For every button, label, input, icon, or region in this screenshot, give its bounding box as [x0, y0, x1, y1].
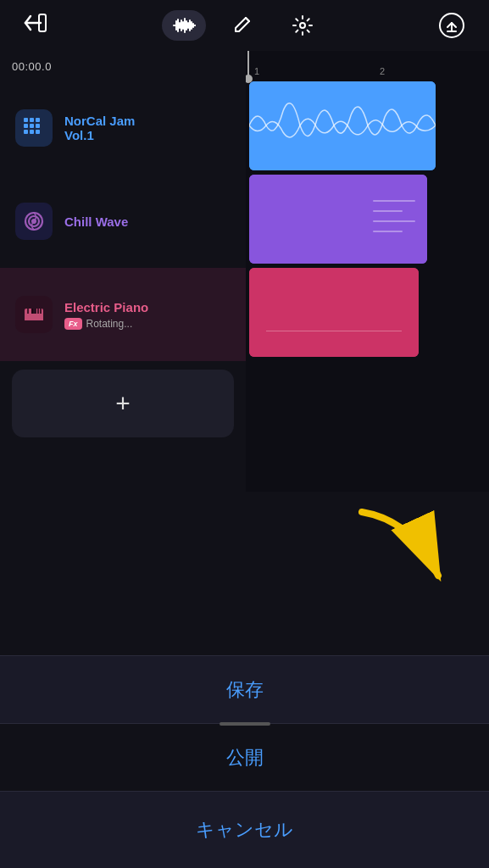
bottom-panel: 保存 公開 キャンセル: [0, 655, 489, 868]
svg-rect-27: [36, 130, 40, 134]
track-fx-electric: Fx Rotating...: [64, 318, 148, 330]
cancel-label: キャンセル: [196, 817, 293, 843]
waveform-chillwave[interactable]: [249, 175, 427, 264]
track-icon-chillwave: [15, 203, 53, 240]
ruler-mark-1: 1: [254, 66, 259, 76]
track-item-norcal[interactable]: NorCal JamVol.1: [0, 81, 246, 175]
track-name-norcal: NorCal JamVol.1: [64, 114, 135, 142]
dash-lines: [373, 200, 415, 232]
svg-rect-33: [249, 268, 419, 357]
arrow-indicator: [336, 495, 472, 605]
svg-rect-25: [24, 130, 28, 134]
upload-button[interactable]: [438, 12, 465, 39]
tracks-right-panel: 1 2: [246, 51, 489, 492]
top-navigation: [0, 0, 489, 51]
playhead: [247, 51, 249, 81]
cancel-button[interactable]: キャンセル: [0, 792, 489, 868]
tracks-left-panel: 00:00.0 NorCal JamVol.1: [0, 51, 246, 492]
add-icon: +: [115, 389, 131, 418]
timeline-area: 00:00.0 NorCal JamVol.1: [0, 51, 489, 492]
dash-line-4: [373, 231, 403, 232]
save-button[interactable]: 保存: [0, 656, 489, 724]
track-icon-electric: [15, 296, 53, 333]
time-display: 00:00.0: [0, 51, 246, 81]
waveform-electric[interactable]: [249, 268, 419, 357]
pen-mode-button[interactable]: [221, 10, 265, 41]
track-icon-norcal: [15, 109, 53, 147]
fx-text: Rotating...: [86, 318, 133, 330]
dash-line-1: [373, 200, 415, 202]
svg-rect-19: [24, 118, 28, 122]
fx-badge: Fx: [64, 318, 82, 330]
dash-line-3: [373, 220, 415, 222]
track-name-chillwave: Chill Wave: [64, 214, 128, 229]
track-info-electric: Electric Piano Fx Rotating...: [64, 300, 148, 330]
svg-point-15: [300, 23, 305, 28]
svg-rect-23: [30, 124, 34, 128]
svg-rect-20: [30, 118, 34, 122]
svg-line-14: [246, 18, 249, 21]
track-item-electric[interactable]: Electric Piano Fx Rotating...: [0, 268, 246, 361]
dash-line-2: [373, 210, 403, 212]
track-info-chillwave: Chill Wave: [64, 214, 128, 229]
svg-rect-24: [36, 124, 40, 128]
track-info-norcal: NorCal JamVol.1: [64, 114, 135, 142]
ruler-mark-2: 2: [380, 66, 385, 76]
track-item-chillwave[interactable]: Chill Wave: [0, 175, 246, 268]
svg-rect-21: [36, 118, 40, 122]
horiz-line: [266, 331, 402, 331]
divider-indicator: [219, 722, 270, 726]
save-label: 保存: [226, 677, 264, 703]
svg-point-30: [32, 220, 36, 223]
track-name-electric: Electric Piano: [64, 300, 148, 314]
back-button[interactable]: [24, 11, 47, 41]
settings-button[interactable]: [281, 10, 325, 41]
publish-button[interactable]: 公開: [0, 724, 489, 792]
nav-center-buttons: [162, 10, 325, 41]
publish-label: 公開: [226, 745, 264, 771]
add-track-button[interactable]: +: [12, 370, 234, 437]
waveform-mode-button[interactable]: [162, 10, 206, 41]
svg-rect-22: [24, 124, 28, 128]
timeline-ruler: 1 2: [246, 51, 489, 81]
waveform-norcal[interactable]: [249, 81, 436, 170]
svg-rect-26: [30, 130, 34, 134]
